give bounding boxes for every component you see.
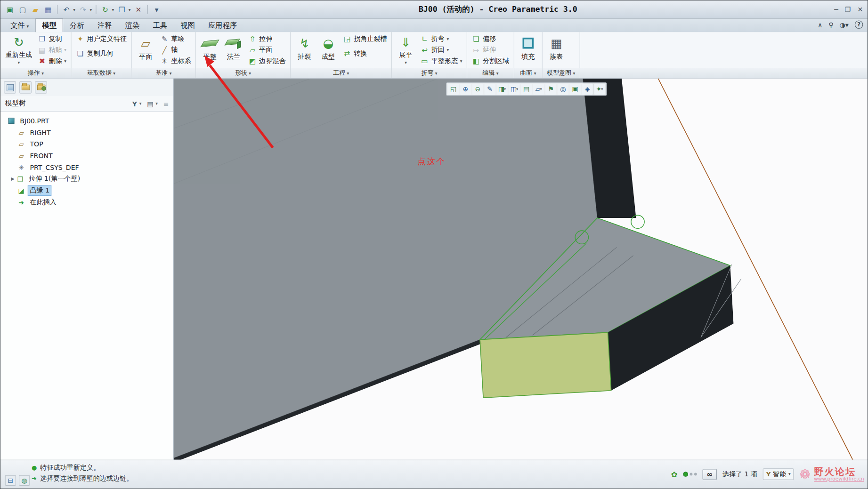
- group-label-model-intent[interactable]: 模型意图▾: [543, 68, 580, 78]
- display-style-button[interactable]: ◨▾: [496, 83, 508, 95]
- customize-quick-access-button[interactable]: ▾: [152, 4, 162, 14]
- partition-button[interactable]: ◧分割区域: [470, 56, 511, 66]
- form-button[interactable]: ◒ 成型: [317, 33, 340, 67]
- tab-model[interactable]: 模型: [35, 18, 63, 32]
- saved-orientations-button[interactable]: ◫▾: [509, 83, 520, 95]
- 3d-scene[interactable]: 点这个: [174, 79, 868, 460]
- zoom-in-button[interactable]: ⊕: [460, 83, 471, 95]
- expand-icon[interactable]: ▶: [9, 176, 16, 182]
- snapshot-button[interactable]: ▣: [569, 83, 581, 95]
- spin-center-button[interactable]: ◎: [558, 83, 569, 95]
- family-table-button[interactable]: ▦ 族表: [545, 33, 568, 67]
- tab-render[interactable]: 渲染: [119, 18, 146, 32]
- tree-options-icon[interactable]: ≡: [163, 100, 169, 107]
- planar-button[interactable]: ▱平面: [246, 45, 287, 55]
- highlighted-wall-face[interactable]: [480, 332, 611, 398]
- plate-top-face[interactable]: [174, 79, 597, 458]
- undo-button[interactable]: ↶: [61, 4, 71, 14]
- show-button[interactable]: [19, 81, 32, 94]
- tree-item-front-plane[interactable]: ▱ FRONT: [0, 150, 173, 162]
- view-manager-button[interactable]: ▤: [521, 83, 532, 95]
- fill-button[interactable]: 填充: [517, 33, 539, 67]
- tab-applications[interactable]: 应用程序: [202, 18, 243, 32]
- bend-relief-edge[interactable]: [631, 215, 644, 228]
- regeneration-status-icon[interactable]: ✿: [671, 470, 678, 479]
- udf-button[interactable]: ✦用户定义特征: [74, 34, 129, 44]
- undo-dropdown[interactable]: ▾: [73, 7, 75, 12]
- save-button[interactable]: ▦: [43, 4, 53, 14]
- refit-button[interactable]: ◱: [448, 83, 459, 95]
- command-search-icon[interactable]: ⚲: [828, 21, 833, 28]
- repaint-button[interactable]: ✎: [484, 83, 495, 95]
- tree-columns-icon[interactable]: ▤: [147, 100, 153, 107]
- group-label-get-data[interactable]: 获取数据▾: [72, 68, 131, 78]
- tree-item-flange1[interactable]: ◪ 凸缘 1: [0, 185, 173, 197]
- axis-button[interactable]: ╱轴: [158, 45, 193, 55]
- tree-item-insert-here[interactable]: ➜ 在此插入: [0, 196, 173, 208]
- display-options-icon[interactable]: ◑▾: [839, 21, 848, 28]
- settings-button[interactable]: [35, 81, 47, 94]
- tree-item-extrude1[interactable]: ▶ ❒ 拉伸 1(第一个壁): [0, 173, 173, 185]
- tab-analysis[interactable]: 分析: [63, 18, 91, 32]
- restore-button[interactable]: ❐: [845, 6, 851, 13]
- corner-relief-button[interactable]: ◲拐角止裂槽: [341, 34, 389, 44]
- copy-geometry-button[interactable]: ❏复制几何: [74, 48, 129, 58]
- extrude-button[interactable]: ⇧拉伸: [246, 34, 287, 44]
- tree-item-right-plane[interactable]: ▱ RIGHT: [0, 127, 173, 138]
- close-button[interactable]: ✕: [858, 6, 863, 13]
- group-label-engineering[interactable]: 工程▾: [291, 68, 391, 78]
- windows-dropdown[interactable]: ▾: [129, 7, 131, 12]
- close-window-button[interactable]: ✕: [133, 4, 143, 14]
- browser-panel-toggle-button[interactable]: ◍: [19, 475, 30, 486]
- annotation-display-button[interactable]: ⚑: [545, 83, 557, 95]
- datum-display-button[interactable]: ▱▾: [533, 83, 544, 95]
- minimize-ribbon-icon[interactable]: ∧: [818, 21, 822, 28]
- csys-button[interactable]: ✳坐标系: [158, 56, 193, 66]
- graphics-viewport[interactable]: ◱ ⊕ ⊖ ✎ ◨▾ ◫▾ ▤ ▱▾ ⚑ ◎ ▣ ◈ ✦▾: [174, 79, 868, 460]
- selection-filter-dropdown[interactable]: Y 智能 ▾: [763, 469, 794, 481]
- tree-display-button[interactable]: [4, 81, 16, 94]
- extend-button[interactable]: ↦延伸: [470, 45, 511, 55]
- 3d-box-button[interactable]: ◈: [582, 83, 593, 95]
- boundary-blend-button[interactable]: ◩边界混合: [246, 56, 287, 66]
- windows-button[interactable]: ❐: [117, 4, 127, 14]
- bend-back-button[interactable]: ↩折回▾: [419, 45, 464, 55]
- group-label-surfaces[interactable]: 曲面▾: [514, 68, 542, 78]
- rip-button[interactable]: ↯ 扯裂: [293, 33, 316, 67]
- redo-dropdown[interactable]: ▾: [89, 7, 92, 12]
- offset-button[interactable]: ❏偏移: [470, 34, 511, 44]
- tab-file[interactable]: 文件▾: [4, 18, 35, 32]
- help-icon[interactable]: ?: [855, 20, 863, 29]
- convert-button[interactable]: ⇄转换: [341, 48, 389, 58]
- creo-app-icon[interactable]: ▣: [5, 4, 15, 14]
- tree-item-csys[interactable]: ✳ PRT_CSYS_DEF: [0, 161, 173, 173]
- group-label-operations[interactable]: 操作▾: [0, 68, 71, 78]
- regenerate-quick-button[interactable]: ↻: [100, 4, 110, 14]
- regenerate-button[interactable]: ↻ 重新生成 ▾: [3, 33, 34, 67]
- render-button[interactable]: ✦▾: [594, 83, 605, 95]
- find-button[interactable]: ∞: [703, 469, 717, 480]
- tab-tools[interactable]: 工具: [146, 18, 174, 32]
- flange-button[interactable]: 法兰: [223, 33, 245, 67]
- tab-annotate[interactable]: 注释: [91, 18, 119, 32]
- regenerate-dropdown[interactable]: ▾: [112, 7, 114, 12]
- group-label-shapes[interactable]: 形状▾: [196, 68, 290, 78]
- open-file-button[interactable]: ▰: [31, 4, 41, 14]
- flat-pattern-button[interactable]: ⇓ 展平 ▾: [395, 33, 417, 67]
- datum-plane-button[interactable]: ▱ 平面: [135, 33, 157, 67]
- copy-button[interactable]: ❐复制: [36, 34, 68, 44]
- tree-item-part[interactable]: BJ00.PRT: [0, 115, 173, 127]
- group-label-bends[interactable]: 折弯▾: [392, 68, 467, 78]
- tree-panel-toggle-button[interactable]: ⊟: [5, 475, 16, 486]
- group-label-datum[interactable]: 基准▾: [132, 68, 195, 78]
- delete-button[interactable]: ✖删除▾: [36, 56, 68, 66]
- flat-state-button[interactable]: ▭平整形态▾: [419, 56, 464, 66]
- tree-item-top-plane[interactable]: ▱ TOP: [0, 138, 173, 150]
- bend-button[interactable]: ∟折弯▾: [419, 34, 464, 44]
- redo-button[interactable]: ↷: [78, 4, 88, 14]
- filter-icon[interactable]: Y: [132, 100, 137, 107]
- tab-view[interactable]: 视图: [174, 18, 202, 32]
- zoom-out-button[interactable]: ⊖: [472, 83, 484, 95]
- flat-button[interactable]: 平整: [199, 33, 221, 67]
- minimize-button[interactable]: ─: [834, 6, 838, 13]
